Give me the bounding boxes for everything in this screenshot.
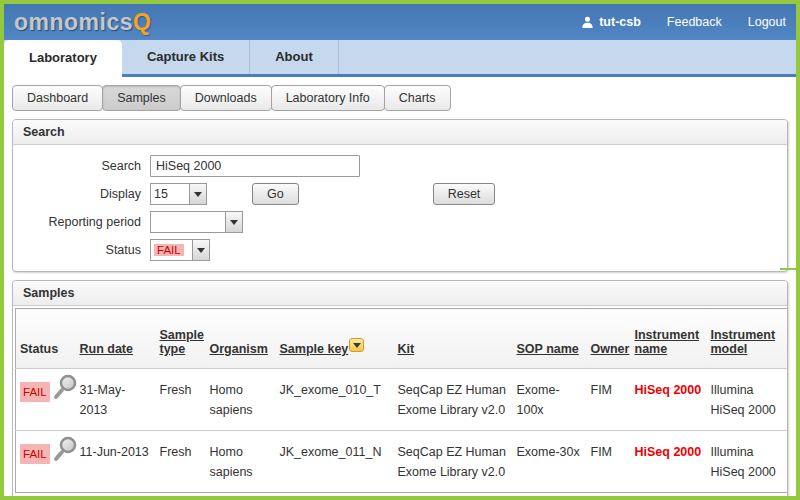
sort-link-instrument-name[interactable]: Instrument name [635,328,700,356]
sop-name-cell: Exome-30x [513,431,587,493]
subtab-dashboard[interactable]: Dashboard [12,85,103,111]
status-row: Status FAIL [13,239,787,261]
col-header-organism: Organism [206,309,276,369]
search-field-label: Search [13,159,141,173]
subtab-downloads[interactable]: Downloads [180,85,272,111]
main-tab-bar: Laboratory Capture Kits About [4,40,796,77]
display-row: Display 15 Go Reset [13,183,787,205]
logout-link[interactable]: Logout [748,15,786,29]
sub-tab-bar: Dashboard Samples Downloads Laboratory I… [4,77,796,111]
dropdown-arrow-icon [225,212,242,232]
user-icon [581,16,594,29]
reset-button[interactable]: Reset [433,183,496,205]
status-cell: FAIL [16,431,76,493]
sort-link-organism[interactable]: Organism [210,342,268,356]
magnifier-icon[interactable] [52,373,80,403]
col-header-run-date: Run date [76,309,156,369]
col-header-sample-key: Sample key [276,309,394,369]
table-row: FAIL 11-Jun-2013 Fresh Homo sapiens JK_e… [16,431,789,493]
sop-name-cell: Exome-100x [513,369,587,431]
owner-cell: FIM [587,431,631,493]
table-row: FAIL 31-May-2013 Fresh Homo sapiens JK_e… [16,369,789,431]
kit-cell: SeqCap EZ Human Exome Library v2.0 [394,431,513,493]
run-date-cell: 31-May-2013 [76,369,156,431]
header-right: tut-csb Feedback Logout [581,15,786,29]
sort-link-sample-key[interactable]: Sample key [280,342,349,356]
display-select-value: 15 [151,184,189,204]
search-panel: Search Search Display 15 Go Reset Report… [12,119,788,272]
search-form: Search Display 15 Go Reset Reporting per… [13,145,787,271]
organism-cell: Homo sapiens [206,369,276,431]
col-header-kit: Kit [394,309,513,369]
samples-panel-title: Samples [13,281,787,306]
app-window: { "header": { "logo_text": "omnomics", "… [0,0,800,500]
sample-key-cell: JK_exome_010_T [276,369,394,431]
top-header: omnomicsQ tut-csb Feedback Logout [4,4,796,40]
status-cell: FAIL [16,369,76,431]
col-header-sop-name: SOP name [513,309,587,369]
owner-cell: FIM [587,369,631,431]
search-input[interactable] [150,155,360,177]
samples-table: Status Run date Sample type Organism Sam… [15,308,788,493]
subtab-charts[interactable]: Charts [384,85,451,111]
status-badge: FAIL [20,444,50,464]
sort-link-owner[interactable]: Owner [591,342,630,356]
app-logo[interactable]: omnomicsQ [14,9,151,36]
kit-cell: SeqCap EZ Human Exome Library v2.0 [394,369,513,431]
sort-link-sample-type[interactable]: Sample type [160,328,204,356]
run-date-cell: 11-Jun-2013 [76,431,156,493]
sort-link-sop-name[interactable]: SOP name [517,342,579,356]
table-header-row: Status Run date Sample type Organism Sam… [16,309,789,369]
instrument-model-cell: Illumina HiSeq 2000 [707,369,789,431]
col-header-instrument-name: Instrument name [631,309,707,369]
display-select[interactable]: 15 [150,183,207,205]
instrument-name-cell: HiSeq 2000 [631,431,707,493]
section-divider [780,268,796,270]
reporting-period-label: Reporting period [13,215,141,229]
status-select[interactable]: FAIL [150,239,210,261]
dropdown-arrow-icon [189,184,206,204]
dropdown-arrow-icon [192,240,209,260]
sample-type-cell: Fresh [156,369,206,431]
tab-about[interactable]: About [250,40,339,74]
magnifier-icon[interactable] [52,435,80,465]
reporting-period-select[interactable] [150,211,243,233]
sort-link-run-date[interactable]: Run date [80,342,133,356]
status-select-value: FAIL [154,244,184,256]
search-panel-title: Search [13,120,787,145]
status-badge: FAIL [20,382,50,402]
subtab-laboratory-info[interactable]: Laboratory Info [271,85,385,111]
instrument-name-cell: HiSeq 2000 [631,369,707,431]
username: tut-csb [599,15,641,29]
logo-text: omnomics [14,9,133,35]
sample-key-cell: JK_exome_011_N [276,431,394,493]
instrument-model-cell: Illumina HiSeq 2000 [707,431,789,493]
search-row: Search [13,155,787,177]
sort-link-instrument-model[interactable]: Instrument model [711,328,776,356]
user-chip[interactable]: tut-csb [581,15,641,29]
display-label: Display [13,187,141,201]
col-header-instrument-model: Instrument model [707,309,789,369]
col-header-owner: Owner [587,309,631,369]
go-button[interactable]: Go [252,183,299,205]
sort-link-kit[interactable]: Kit [398,342,415,356]
tab-capture-kits[interactable]: Capture Kits [122,40,250,74]
col-header-sample-type: Sample type [156,309,206,369]
samples-panel: Samples Status Run date Sample type Orga… [12,280,788,500]
sort-desc-icon[interactable] [349,338,364,352]
tab-laboratory[interactable]: Laboratory [4,40,122,77]
feedback-link[interactable]: Feedback [667,15,722,29]
subtab-samples[interactable]: Samples [102,85,181,111]
reporting-period-row: Reporting period [13,211,787,233]
organism-cell: Homo sapiens [206,431,276,493]
sample-type-cell: Fresh [156,431,206,493]
col-header-status: Status [16,309,76,369]
samples-table-wrap: Status Run date Sample type Organism Sam… [13,306,787,499]
logo-accent: Q [133,9,151,35]
reporting-period-value [151,212,225,232]
status-label: Status [13,243,141,257]
